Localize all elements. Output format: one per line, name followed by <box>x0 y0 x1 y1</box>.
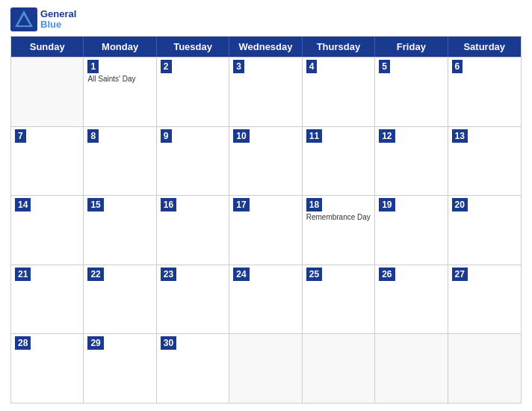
day-number: 17 <box>233 198 249 211</box>
calendar-cell: 22 <box>84 265 156 334</box>
day-number: 25 <box>306 268 322 281</box>
calendar-cell: 4 <box>303 58 375 126</box>
header: General Blue <box>10 7 522 31</box>
calendar-cell: 2 <box>157 58 229 126</box>
calendar-cell: 8 <box>84 127 156 196</box>
day-number: 1 <box>87 60 99 73</box>
calendar-cell: 3 <box>229 58 302 126</box>
day-number: 9 <box>161 129 172 143</box>
day-number: 27 <box>452 268 468 281</box>
calendar-cell: 7 <box>11 127 84 196</box>
calendar-cell: 13 <box>448 127 521 196</box>
weekday-header-saturday: Saturday <box>448 37 521 57</box>
weekday-header-row: SundayMondayTuesdayWednesdayThursdayFrid… <box>11 37 521 57</box>
day-number: 22 <box>87 268 103 281</box>
calendar-body: 1All Saints' Day234567891011121314151617… <box>11 57 521 403</box>
calendar-cell: 9 <box>157 127 229 196</box>
calendar-cell <box>448 334 521 403</box>
day-number: 11 <box>306 129 322 143</box>
calendar-cell: 6 <box>448 58 521 126</box>
day-number: 5 <box>379 60 390 73</box>
calendar-cell: 17 <box>229 196 302 265</box>
calendar-cell: 19 <box>375 196 448 265</box>
logo-text: General Blue <box>40 9 76 31</box>
day-number: 20 <box>452 198 468 211</box>
logo: General Blue <box>10 7 76 31</box>
calendar-page: General Blue SundayMondayTuesdayWednesda… <box>0 0 532 411</box>
week-row-2: 78910111213 <box>11 126 521 196</box>
calendar-cell: 10 <box>229 127 302 196</box>
day-number: 2 <box>161 60 172 73</box>
weekday-header-thursday: Thursday <box>303 37 375 57</box>
calendar-cell: 15 <box>84 196 156 265</box>
calendar-cell: 11 <box>303 127 375 196</box>
weekday-header-wednesday: Wednesday <box>229 37 302 57</box>
day-number: 28 <box>15 336 31 350</box>
day-number: 15 <box>87 198 103 211</box>
day-number: 14 <box>15 198 31 211</box>
calendar-cell: 16 <box>157 196 229 265</box>
week-row-5: 282930 <box>11 333 521 403</box>
calendar-cell: 24 <box>229 265 302 334</box>
calendar-cell: 18Remembrance Day <box>303 196 375 265</box>
week-row-3: 1415161718Remembrance Day1920 <box>11 195 521 265</box>
day-number: 21 <box>15 268 31 281</box>
calendar-cell: 21 <box>11 265 84 334</box>
day-number: 8 <box>87 129 99 143</box>
day-number: 13 <box>452 129 468 143</box>
calendar-cell <box>303 334 375 403</box>
day-number: 4 <box>306 60 318 73</box>
week-row-1: 1All Saints' Day23456 <box>11 57 521 126</box>
day-number: 12 <box>379 129 395 143</box>
day-number: 24 <box>233 268 249 281</box>
calendar-cell <box>11 58 84 126</box>
week-row-4: 21222324252627 <box>11 265 521 334</box>
day-number: 29 <box>87 336 103 350</box>
day-number: 16 <box>161 198 176 211</box>
calendar-cell <box>375 334 448 403</box>
holiday-label: All Saints' Day <box>87 75 152 83</box>
day-number: 23 <box>161 268 176 281</box>
day-number: 3 <box>233 60 244 73</box>
weekday-header-sunday: Sunday <box>11 37 84 57</box>
logo-icon <box>10 7 37 31</box>
calendar-cell: 23 <box>157 265 229 334</box>
calendar-cell: 27 <box>448 265 521 334</box>
calendar-cell: 29 <box>84 334 156 403</box>
day-number: 18 <box>306 198 322 211</box>
weekday-header-monday: Monday <box>84 37 156 57</box>
calendar-cell: 12 <box>375 127 448 196</box>
calendar-cell: 5 <box>375 58 448 126</box>
day-number: 6 <box>452 60 463 73</box>
day-number: 30 <box>161 336 176 350</box>
calendar-cell: 20 <box>448 196 521 265</box>
calendar-cell <box>229 334 302 403</box>
calendar-cell: 1All Saints' Day <box>84 58 156 126</box>
calendar-cell: 26 <box>375 265 448 334</box>
day-number: 26 <box>379 268 395 281</box>
holiday-label: Remembrance Day <box>306 213 371 221</box>
calendar-cell: 14 <box>11 196 84 265</box>
day-number: 7 <box>15 129 26 143</box>
calendar-cell: 28 <box>11 334 84 403</box>
weekday-header-friday: Friday <box>375 37 448 57</box>
calendar-cell: 25 <box>303 265 375 334</box>
weekday-header-tuesday: Tuesday <box>157 37 229 57</box>
calendar-cell: 30 <box>157 334 229 403</box>
day-number: 10 <box>233 129 249 143</box>
calendar-grid: SundayMondayTuesdayWednesdayThursdayFrid… <box>10 36 522 404</box>
day-number: 19 <box>379 198 395 211</box>
